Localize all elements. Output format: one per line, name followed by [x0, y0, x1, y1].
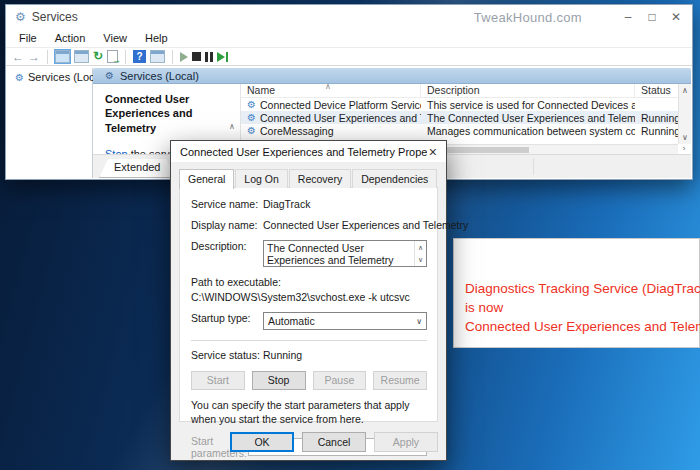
export-list-icon[interactable] [107, 50, 118, 63]
service-name-label: Service name: [191, 198, 263, 210]
service-status-label: Service status: [191, 349, 263, 361]
column-header-name[interactable]: Name [241, 84, 421, 97]
close-icon[interactable]: × [427, 145, 439, 159]
tab-general[interactable]: General [179, 169, 234, 189]
properties-icon[interactable] [74, 50, 89, 63]
tree-item-services-local[interactable]: ⚙ Services (Local) [15, 71, 92, 83]
desktop-background: ⚙ Services TweakHound.com – □ ✕ File Act… [0, 0, 700, 470]
dialog-footer: OK Cancel Apply [230, 432, 438, 452]
startup-type-label: Startup type: [191, 312, 263, 330]
minimize-icon[interactable]: – [616, 10, 640, 24]
refresh-icon[interactable]: ↻ [93, 50, 103, 63]
gear-icon: ⚙ [15, 72, 24, 83]
start-button[interactable]: Start [191, 371, 245, 390]
display-name-label: Display name: [191, 219, 263, 231]
scroll-down-icon[interactable]: ∨ [682, 133, 688, 142]
service-gear-icon: ⚙ [247, 112, 256, 123]
scroll-down-icon[interactable]: ∨ [418, 254, 423, 266]
stop-button[interactable]: Stop [252, 371, 306, 390]
scroll-up-icon[interactable]: ∧ [418, 242, 423, 254]
table-row-selected[interactable]: ⚙Connected User Experiences and Telemetr… [241, 111, 691, 124]
tab-recovery[interactable]: Recovery [289, 169, 351, 188]
services-titlebar: ⚙ Services TweakHound.com – □ ✕ [6, 5, 692, 29]
toolbar: ← → ↻ ? [6, 47, 692, 66]
pane-header-title: Services (Local) [120, 70, 199, 82]
general-tab-page: Service name: DiagTrack Display name: Co… [179, 187, 438, 422]
window-title: Services [32, 10, 78, 24]
annotation-line-3: Connected User Experiences and Telemetry [465, 317, 699, 336]
console-tree-panel: ⚙ Services (Local) [7, 68, 93, 178]
startup-type-dropdown[interactable]: Automatic ∨ [263, 312, 427, 330]
back-icon[interactable]: ← [12, 50, 24, 64]
pause-service-icon[interactable] [205, 52, 213, 62]
start-service-icon[interactable] [180, 52, 188, 62]
path-to-executable-value: C:\WINDOWS\System32\svchost.exe -k utcsv… [191, 291, 427, 303]
path-to-executable-label: Path to executable: [191, 276, 427, 288]
cancel-button[interactable]: Cancel [302, 432, 366, 452]
properties-dialog: Connected User Experiences and Telemetry… [170, 140, 447, 461]
menu-bar: File Action View Help [6, 29, 692, 47]
show-window-icon[interactable] [150, 50, 165, 63]
scroll-right-icon[interactable]: › [678, 144, 690, 154]
start-parameters-note: You can specify the start parameters tha… [191, 398, 427, 426]
sort-ascending-icon: ∧ [325, 82, 331, 91]
pane-header: ⚙ Services (Local) [93, 68, 691, 84]
display-name-value: Connected User Experiences and Telemetry [263, 219, 468, 231]
chevron-down-icon: ∨ [416, 317, 422, 326]
annotation-line-2: is now [465, 298, 699, 317]
close-icon[interactable]: ✕ [664, 10, 688, 24]
ok-button[interactable]: OK [230, 432, 294, 452]
service-gear-icon: ⚙ [247, 99, 256, 110]
maximize-icon[interactable]: □ [640, 10, 664, 24]
selected-service-title: Connected User Experiences and Telemetry [105, 92, 225, 135]
watermark-text: TweakHound.com [474, 10, 582, 25]
dialog-titlebar: Connected User Experiences and Telemetry… [171, 141, 446, 162]
annotation-line-1: Diagnostics Tracking Service (DiagTrack) [465, 279, 699, 298]
dialog-tabs: General Log On Recovery Dependencies [171, 162, 446, 188]
list-header: ∧ Name Description Status [241, 84, 691, 98]
dialog-title: Connected User Experiences and Telemetry… [180, 146, 427, 158]
stop-service-icon[interactable] [192, 52, 201, 61]
restart-service-icon[interactable] [217, 52, 228, 62]
tab-dependencies[interactable]: Dependencies [352, 169, 437, 188]
table-row[interactable]: ⚙CoreMessaging Manages communication bet… [241, 124, 691, 137]
column-header-description[interactable]: Description [421, 84, 635, 97]
menu-file[interactable]: File [10, 32, 46, 44]
description-scrollbar[interactable]: ∧ ∨ [414, 241, 426, 266]
help-icon[interactable]: ? [133, 50, 146, 63]
resume-button[interactable]: Resume [373, 371, 427, 390]
scroll-up-icon[interactable]: ∧ [229, 122, 235, 131]
forward-icon[interactable]: → [28, 50, 40, 64]
gear-icon: ⚙ [105, 70, 114, 81]
tab-extended[interactable]: Extended [99, 159, 175, 178]
menu-help[interactable]: Help [136, 32, 177, 44]
services-app-icon: ⚙ [15, 10, 26, 24]
show-console-tree-icon[interactable] [55, 50, 70, 63]
service-name-value: DiagTrack [263, 198, 427, 210]
table-row[interactable]: ⚙Connected Device Platform Service This … [241, 98, 691, 111]
description-field[interactable]: The Connected User Experiences and Telem… [263, 240, 427, 267]
service-status-value: Running [263, 349, 427, 361]
description-label: Description: [191, 240, 263, 267]
tab-log-on[interactable]: Log On [235, 169, 287, 188]
vertical-scrollbar[interactable]: ∧ ∨ [678, 84, 691, 144]
apply-button[interactable]: Apply [374, 432, 438, 452]
service-gear-icon: ⚙ [247, 125, 256, 136]
scroll-up-icon[interactable]: ∧ [682, 86, 688, 95]
pause-button[interactable]: Pause [313, 371, 367, 390]
menu-action[interactable]: Action [46, 32, 95, 44]
menu-view[interactable]: View [94, 32, 136, 44]
annotation-box: Diagnostics Tracking Service (DiagTrack)… [453, 238, 700, 348]
